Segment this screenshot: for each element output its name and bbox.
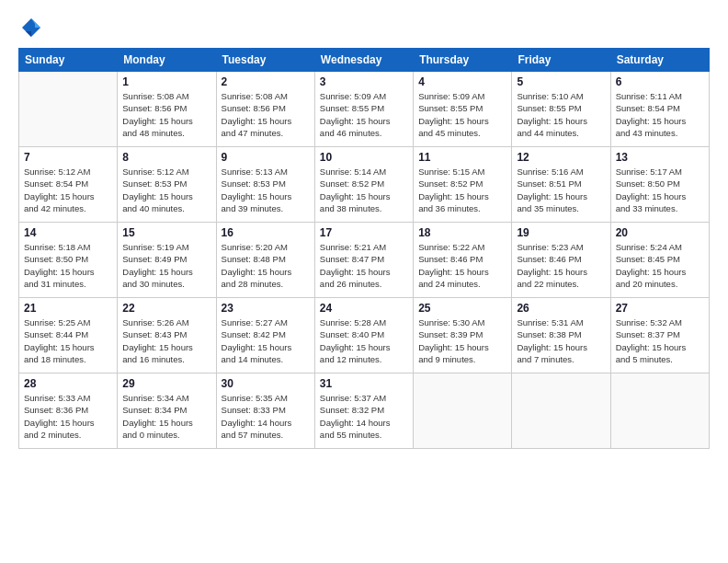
page: SundayMondayTuesdayWednesdayThursdayFrid… <box>0 0 728 563</box>
day-info: Sunrise: 5:23 AM Sunset: 8:46 PM Dayligh… <box>517 241 605 290</box>
day-info: Sunrise: 5:09 AM Sunset: 8:55 PM Dayligh… <box>418 90 506 139</box>
day-info: Sunrise: 5:14 AM Sunset: 8:52 PM Dayligh… <box>320 166 408 214</box>
day-number: 16 <box>222 226 310 239</box>
day-number: 29 <box>122 377 210 390</box>
day-info: Sunrise: 5:30 AM Sunset: 8:39 PM Dayligh… <box>418 316 506 365</box>
calendar-cell: 11Sunrise: 5:15 AM Sunset: 8:52 PM Dayli… <box>414 147 512 223</box>
day-number: 20 <box>616 226 704 239</box>
day-number: 28 <box>24 377 112 390</box>
day-info: Sunrise: 5:09 AM Sunset: 8:55 PM Dayligh… <box>320 90 408 139</box>
day-info: Sunrise: 5:31 AM Sunset: 8:38 PM Dayligh… <box>517 316 605 365</box>
calendar-week-row: 21Sunrise: 5:25 AM Sunset: 8:44 PM Dayli… <box>19 298 710 373</box>
day-number: 19 <box>517 226 605 239</box>
header <box>18 15 710 40</box>
day-info: Sunrise: 5:12 AM Sunset: 8:53 PM Dayligh… <box>122 166 210 214</box>
calendar-cell: 13Sunrise: 5:17 AM Sunset: 8:50 PM Dayli… <box>610 147 709 223</box>
day-info: Sunrise: 5:22 AM Sunset: 8:46 PM Dayligh… <box>418 241 506 290</box>
day-info: Sunrise: 5:13 AM Sunset: 8:53 PM Dayligh… <box>222 166 310 214</box>
calendar-cell: 22Sunrise: 5:26 AM Sunset: 8:43 PM Dayli… <box>118 298 216 373</box>
day-number: 11 <box>418 151 506 164</box>
day-info: Sunrise: 5:25 AM Sunset: 8:44 PM Dayligh… <box>24 316 112 365</box>
day-number: 9 <box>222 151 310 164</box>
calendar-cell: 23Sunrise: 5:27 AM Sunset: 8:42 PM Dayli… <box>216 298 314 373</box>
day-info: Sunrise: 5:21 AM Sunset: 8:47 PM Dayligh… <box>320 241 408 290</box>
day-info: Sunrise: 5:18 AM Sunset: 8:50 PM Dayligh… <box>24 241 112 290</box>
day-number: 8 <box>122 151 210 164</box>
day-info: Sunrise: 5:20 AM Sunset: 8:48 PM Dayligh… <box>222 241 310 290</box>
day-info: Sunrise: 5:17 AM Sunset: 8:50 PM Dayligh… <box>616 166 704 214</box>
weekday-header: Thursday <box>414 49 512 72</box>
day-number: 1 <box>122 75 210 88</box>
day-number: 10 <box>320 151 408 164</box>
calendar-cell: 26Sunrise: 5:31 AM Sunset: 8:38 PM Dayli… <box>512 298 610 373</box>
day-info: Sunrise: 5:28 AM Sunset: 8:40 PM Dayligh… <box>320 316 408 365</box>
day-info: Sunrise: 5:32 AM Sunset: 8:37 PM Dayligh… <box>616 316 704 365</box>
calendar-cell: 27Sunrise: 5:32 AM Sunset: 8:37 PM Dayli… <box>610 298 709 373</box>
calendar-cell: 29Sunrise: 5:34 AM Sunset: 8:34 PM Dayli… <box>118 373 216 449</box>
calendar-cell: 20Sunrise: 5:24 AM Sunset: 8:45 PM Dayli… <box>610 223 709 298</box>
day-number: 22 <box>122 302 210 315</box>
calendar-table: SundayMondayTuesdayWednesdayThursdayFrid… <box>18 48 710 449</box>
day-info: Sunrise: 5:24 AM Sunset: 8:45 PM Dayligh… <box>616 241 704 290</box>
day-number: 21 <box>24 302 112 315</box>
calendar-cell: 10Sunrise: 5:14 AM Sunset: 8:52 PM Dayli… <box>314 147 413 223</box>
day-info: Sunrise: 5:27 AM Sunset: 8:42 PM Dayligh… <box>222 316 310 365</box>
day-info: Sunrise: 5:33 AM Sunset: 8:36 PM Dayligh… <box>24 392 112 441</box>
calendar-cell: 7Sunrise: 5:12 AM Sunset: 8:54 PM Daylig… <box>19 147 118 223</box>
calendar-cell: 8Sunrise: 5:12 AM Sunset: 8:53 PM Daylig… <box>118 147 216 223</box>
day-number: 13 <box>616 151 704 164</box>
day-number: 12 <box>517 151 605 164</box>
day-info: Sunrise: 5:16 AM Sunset: 8:51 PM Dayligh… <box>517 166 605 214</box>
weekday-header: Sunday <box>19 49 118 72</box>
day-info: Sunrise: 5:19 AM Sunset: 8:49 PM Dayligh… <box>122 241 210 290</box>
day-info: Sunrise: 5:34 AM Sunset: 8:34 PM Dayligh… <box>122 392 210 441</box>
weekday-header: Saturday <box>610 49 709 72</box>
day-number: 7 <box>24 151 112 164</box>
calendar-week-row: 14Sunrise: 5:18 AM Sunset: 8:50 PM Dayli… <box>19 223 710 298</box>
day-number: 31 <box>320 377 408 390</box>
calendar-cell: 24Sunrise: 5:28 AM Sunset: 8:40 PM Dayli… <box>314 298 413 373</box>
day-info: Sunrise: 5:15 AM Sunset: 8:52 PM Dayligh… <box>418 166 506 214</box>
calendar-week-row: 28Sunrise: 5:33 AM Sunset: 8:36 PM Dayli… <box>19 373 710 449</box>
calendar-cell: 14Sunrise: 5:18 AM Sunset: 8:50 PM Dayli… <box>19 223 118 298</box>
calendar-cell: 16Sunrise: 5:20 AM Sunset: 8:48 PM Dayli… <box>216 223 314 298</box>
day-info: Sunrise: 5:11 AM Sunset: 8:54 PM Dayligh… <box>616 90 704 139</box>
calendar-week-row: 7Sunrise: 5:12 AM Sunset: 8:54 PM Daylig… <box>19 147 710 223</box>
calendar-cell: 31Sunrise: 5:37 AM Sunset: 8:32 PM Dayli… <box>314 373 413 449</box>
day-info: Sunrise: 5:10 AM Sunset: 8:55 PM Dayligh… <box>517 90 605 139</box>
calendar-cell: 3Sunrise: 5:09 AM Sunset: 8:55 PM Daylig… <box>314 72 413 147</box>
day-info: Sunrise: 5:35 AM Sunset: 8:33 PM Dayligh… <box>222 392 310 441</box>
calendar-week-row: 1Sunrise: 5:08 AM Sunset: 8:56 PM Daylig… <box>19 72 710 147</box>
calendar-cell: 19Sunrise: 5:23 AM Sunset: 8:46 PM Dayli… <box>512 223 610 298</box>
calendar-cell: 28Sunrise: 5:33 AM Sunset: 8:36 PM Dayli… <box>19 373 118 449</box>
calendar-cell: 6Sunrise: 5:11 AM Sunset: 8:54 PM Daylig… <box>610 72 709 147</box>
weekday-header: Monday <box>118 49 216 72</box>
calendar-cell <box>19 72 118 147</box>
day-number: 14 <box>24 226 112 239</box>
day-info: Sunrise: 5:08 AM Sunset: 8:56 PM Dayligh… <box>122 90 210 139</box>
day-info: Sunrise: 5:12 AM Sunset: 8:54 PM Dayligh… <box>24 166 112 214</box>
calendar-header-row: SundayMondayTuesdayWednesdayThursdayFrid… <box>19 49 710 72</box>
calendar-cell: 4Sunrise: 5:09 AM Sunset: 8:55 PM Daylig… <box>414 72 512 147</box>
day-number: 25 <box>418 302 506 315</box>
logo <box>18 15 48 40</box>
calendar-cell <box>414 373 512 449</box>
calendar-cell <box>512 373 610 449</box>
day-info: Sunrise: 5:26 AM Sunset: 8:43 PM Dayligh… <box>122 316 210 365</box>
calendar-cell: 21Sunrise: 5:25 AM Sunset: 8:44 PM Dayli… <box>19 298 118 373</box>
day-number: 18 <box>418 226 506 239</box>
calendar-cell: 12Sunrise: 5:16 AM Sunset: 8:51 PM Dayli… <box>512 147 610 223</box>
day-number: 15 <box>122 226 210 239</box>
day-number: 4 <box>418 75 506 88</box>
day-number: 17 <box>320 226 408 239</box>
calendar-cell: 15Sunrise: 5:19 AM Sunset: 8:49 PM Dayli… <box>118 223 216 298</box>
day-number: 5 <box>517 75 605 88</box>
day-number: 3 <box>320 75 408 88</box>
day-number: 26 <box>517 302 605 315</box>
calendar-cell: 9Sunrise: 5:13 AM Sunset: 8:53 PM Daylig… <box>216 147 314 223</box>
calendar-cell: 25Sunrise: 5:30 AM Sunset: 8:39 PM Dayli… <box>414 298 512 373</box>
weekday-header: Wednesday <box>314 49 413 72</box>
calendar-cell: 30Sunrise: 5:35 AM Sunset: 8:33 PM Dayli… <box>216 373 314 449</box>
day-number: 30 <box>222 377 310 390</box>
calendar-cell: 1Sunrise: 5:08 AM Sunset: 8:56 PM Daylig… <box>118 72 216 147</box>
